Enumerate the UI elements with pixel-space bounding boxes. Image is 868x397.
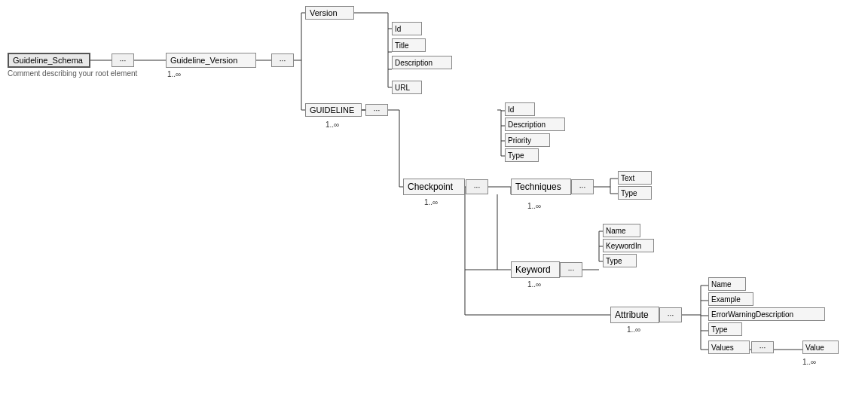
checkpoint-connector: ··· xyxy=(466,179,488,194)
value-attribute-label: Value xyxy=(805,344,824,352)
type-guideline-label: Type xyxy=(508,151,524,160)
type-keyword-label: Type xyxy=(606,257,622,265)
example-attribute-node: Example xyxy=(708,292,753,306)
keyword-label: Keyword xyxy=(515,264,551,275)
xml-schema-diagram: Guideline_Schema Comment describing your… xyxy=(0,0,868,397)
priority-guideline-node: Priority xyxy=(505,133,550,147)
values-attribute-node: Values xyxy=(708,341,750,354)
guideline-label: GUIDELINE xyxy=(310,105,354,115)
guideline-connector: ··· xyxy=(365,104,388,116)
mult-checkpoint: 1..∞ xyxy=(424,198,438,206)
guideline-version-node: Guideline_Version xyxy=(166,53,256,68)
name-keyword-node: Name xyxy=(603,224,640,237)
type-techniques-node: Type xyxy=(618,186,652,200)
values-attribute-label: Values xyxy=(711,344,734,352)
errorwarning-attribute-node: ErrorWarningDescription xyxy=(708,307,825,321)
title-version-node: Title xyxy=(392,38,426,52)
type-guideline-node: Type xyxy=(505,148,539,162)
techniques-label: Techniques xyxy=(515,182,561,192)
checkpoint-label: Checkpoint xyxy=(408,182,453,192)
keyword-connector: ··· xyxy=(560,262,582,277)
mult-value: 1..∞ xyxy=(802,358,816,366)
guideline-schema-label: Guideline_Schema xyxy=(13,56,83,65)
checkpoint-node: Checkpoint xyxy=(403,179,465,195)
name-attribute-node: Name xyxy=(708,277,746,291)
id-guideline-node: Id xyxy=(505,102,535,116)
text-techniques-label: Text xyxy=(621,174,634,182)
type-attribute-node: Type xyxy=(708,322,742,336)
url-version-node: URL xyxy=(392,81,422,94)
guideline-schema-node: Guideline_Schema xyxy=(8,53,90,68)
connector-2: ··· xyxy=(271,53,294,67)
mult-attribute: 1..∞ xyxy=(627,325,640,334)
mult-keyword: 1..∞ xyxy=(527,280,541,289)
description-version-node: Description xyxy=(392,56,452,69)
text-techniques-node: Text xyxy=(618,171,652,185)
mult-guideline-version: 1..∞ xyxy=(167,70,181,78)
version-label: Version xyxy=(310,8,338,17)
type-attribute-label: Type xyxy=(711,325,728,334)
mult-guideline: 1..∞ xyxy=(326,121,339,129)
keyword-node: Keyword xyxy=(511,261,560,278)
attribute-label: Attribute xyxy=(615,310,649,320)
example-attribute-label: Example xyxy=(711,295,741,304)
description-version-label: Description xyxy=(395,59,432,67)
mult-techniques: 1..∞ xyxy=(527,202,541,210)
name-attribute-label: Name xyxy=(711,280,732,289)
priority-guideline-label: Priority xyxy=(508,136,531,145)
id-version-label: Id xyxy=(395,25,401,33)
errorwarning-attribute-label: ErrorWarningDescription xyxy=(711,310,793,319)
name-keyword-label: Name xyxy=(606,227,626,235)
value-attribute-node: Value xyxy=(802,341,839,354)
guideline-version-label: Guideline_Version xyxy=(170,56,237,65)
connector-1: ··· xyxy=(112,53,134,67)
keywordin-keyword-node: KeywordIn xyxy=(603,239,654,252)
techniques-node: Techniques xyxy=(511,179,571,195)
root-comment: Comment describing your root element xyxy=(8,69,137,78)
guideline-node: GUIDELINE xyxy=(305,103,362,117)
attribute-connector: ··· xyxy=(659,307,682,322)
version-node: Version xyxy=(305,6,354,20)
description-guideline-node: Description xyxy=(505,118,565,131)
type-keyword-node: Type xyxy=(603,254,637,267)
id-version-node: Id xyxy=(392,22,422,35)
title-version-label: Title xyxy=(395,41,409,50)
id-guideline-label: Id xyxy=(508,105,514,114)
techniques-connector: ··· xyxy=(571,179,594,194)
values-connector: ··· xyxy=(751,341,774,353)
keywordin-keyword-label: KeywordIn xyxy=(606,242,641,250)
description-guideline-label: Description xyxy=(508,121,546,129)
url-version-label: URL xyxy=(395,84,410,92)
type-techniques-label: Type xyxy=(621,189,637,197)
attribute-node: Attribute xyxy=(610,307,659,323)
